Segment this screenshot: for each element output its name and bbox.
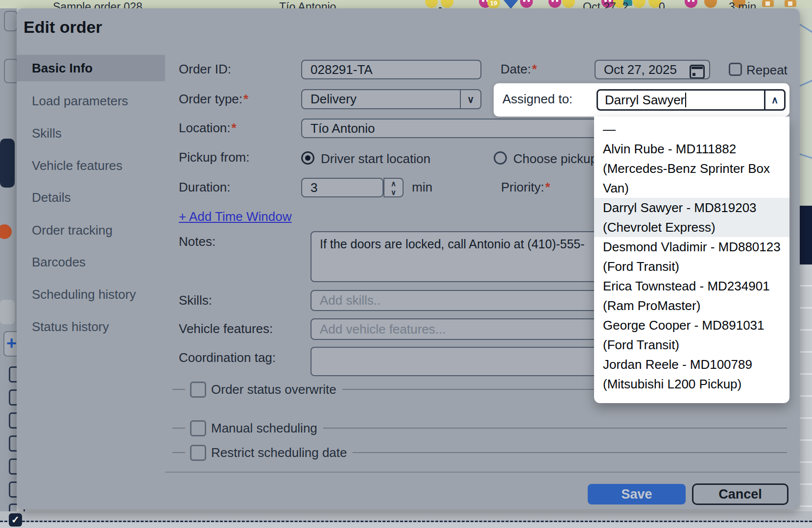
date-input[interactable]: Oct 27, 2025 bbox=[595, 60, 710, 79]
radio-driver-start-label: Driver start location bbox=[321, 151, 430, 167]
order-type-label: Order type:* bbox=[179, 91, 248, 107]
tab-scheduling-history[interactable]: Scheduling history bbox=[32, 286, 136, 303]
duration-stepper[interactable]: ∧ ∨ bbox=[383, 178, 404, 197]
vehicle-features-label: Vehicle features: bbox=[179, 321, 273, 336]
plus-icon: + bbox=[6, 333, 17, 354]
pickup-from-label: Pickup from: bbox=[179, 149, 250, 165]
assigned-to-combobox[interactable]: Darryl Sawyer ∧ bbox=[597, 89, 786, 111]
background-list-edge bbox=[800, 264, 812, 511]
map-marker bbox=[562, 0, 575, 8]
order-id-input[interactable]: 028291-TA bbox=[301, 60, 481, 79]
order-status-overwrite-checkbox[interactable] bbox=[190, 382, 206, 398]
tab-skills[interactable]: Skills bbox=[32, 125, 62, 142]
map-control[interactable] bbox=[4, 11, 18, 31]
screen: 19 + ✓ bbox=[0, 0, 812, 528]
assigned-to-label: Assigned to: bbox=[502, 92, 573, 107]
radio-driver-start-location[interactable] bbox=[301, 151, 314, 165]
tab-order-tracking[interactable]: Order tracking bbox=[32, 222, 113, 239]
table-footer-strip bbox=[0, 522, 812, 528]
restrict-scheduling-date-label: Restrict scheduling date bbox=[211, 445, 347, 460]
repeat-checkbox[interactable] bbox=[729, 63, 742, 76]
driver-option[interactable]: Desmond Vladimir - MD880123 (Ford Transi… bbox=[603, 237, 783, 276]
map-pin-icon bbox=[503, 0, 518, 9]
driver-option-none[interactable]: — bbox=[603, 120, 783, 139]
chevron-up-icon[interactable]: ∧ bbox=[764, 91, 784, 109]
date-label: Date:* bbox=[501, 61, 537, 77]
map-marker bbox=[685, 0, 697, 8]
background-tab bbox=[0, 300, 15, 324]
tab-load-parameters[interactable]: Load parameters bbox=[32, 93, 128, 109]
section-manual-scheduling: Manual scheduling bbox=[172, 421, 787, 435]
footer-divider bbox=[165, 472, 800, 473]
chevron-down-icon[interactable]: ∨ bbox=[460, 90, 480, 108]
map-marker bbox=[704, 0, 717, 8]
order-status-overwrite-label: Order status overwrite bbox=[211, 382, 336, 397]
tab-vehicle-features[interactable]: Vehicle features bbox=[32, 157, 122, 174]
driver-option[interactable]: Alvin Rube - MD111882 (Mercedes-Benz Spr… bbox=[603, 139, 783, 198]
background-left-panel: + bbox=[0, 8, 17, 511]
add-time-window-link[interactable]: + Add Time Window bbox=[179, 209, 292, 224]
stepper-down-icon[interactable]: ∨ bbox=[384, 188, 403, 196]
row-divider bbox=[0, 521, 812, 522]
assigned-to-dropdown: — Alvin Rube - MD111882 (Mercedes-Benz S… bbox=[594, 117, 789, 403]
driver-option-highlighted[interactable]: Darryl Sawyer - MD819203 (Chevrolet Expr… bbox=[594, 198, 789, 237]
priority-label: Priority:* bbox=[501, 179, 550, 195]
skills-placeholder: Add skills.. bbox=[320, 293, 381, 308]
map-marker bbox=[425, 0, 438, 8]
map-marker bbox=[549, 0, 561, 8]
dialog-title: Edit order bbox=[24, 18, 102, 37]
coordination-tag-label: Coordination tag: bbox=[179, 350, 276, 365]
order-type-select[interactable]: Delivery ∨ bbox=[301, 89, 481, 109]
background-panel-block bbox=[0, 139, 15, 188]
skills-label: Skills: bbox=[179, 292, 212, 308]
text-cursor bbox=[685, 93, 686, 107]
duration-unit: min bbox=[412, 179, 432, 195]
map-right-edge bbox=[800, 8, 812, 206]
manual-scheduling-label: Manual scheduling bbox=[211, 421, 317, 436]
map-cluster-badge: 19 bbox=[487, 0, 500, 9]
vehicle-features-placeholder: Add vehicle features... bbox=[320, 322, 446, 337]
radio-choose-pickup-label: Choose pickup bbox=[513, 151, 597, 167]
save-button[interactable]: Save bbox=[588, 484, 686, 504]
map-marker bbox=[762, 0, 774, 7]
duration-input[interactable]: 3 bbox=[301, 178, 383, 197]
notes-label: Notes: bbox=[179, 234, 215, 249]
background-dark-panel bbox=[800, 206, 812, 264]
tab-details[interactable]: Details bbox=[32, 189, 71, 206]
tab-status-history[interactable]: Status history bbox=[32, 318, 109, 335]
map-marker bbox=[441, 0, 454, 8]
driver-option[interactable]: Jordan Reele - MD100789 (Mitsubishi L200… bbox=[603, 355, 783, 394]
tab-basic-info[interactable]: Basic Info bbox=[32, 60, 93, 76]
stepper-up-icon[interactable]: ∧ bbox=[384, 179, 403, 188]
duration-label: Duration: bbox=[179, 179, 231, 195]
background-marker bbox=[0, 224, 12, 239]
cancel-button[interactable]: Cancel bbox=[692, 483, 788, 505]
driver-option[interactable]: George Cooper - MD891031 (Ford Transit) bbox=[603, 315, 783, 355]
restrict-scheduling-date-checkbox[interactable] bbox=[190, 445, 206, 461]
order-id-label: Order ID: bbox=[179, 61, 231, 77]
driver-option[interactable]: Erica Townstead - MD234901 (Ram ProMaste… bbox=[603, 276, 783, 315]
row-checkbox-checked[interactable]: ✓ bbox=[9, 513, 22, 527]
map-marker bbox=[520, 0, 533, 8]
location-label: Location:* bbox=[179, 120, 237, 136]
tab-barcodes[interactable]: Barcodes bbox=[32, 254, 86, 270]
map-marker bbox=[785, 0, 796, 7]
radio-choose-pickup[interactable] bbox=[494, 151, 507, 165]
section-restrict-scheduling-date: Restrict scheduling date bbox=[172, 446, 787, 459]
repeat-label: Repeat bbox=[746, 62, 788, 78]
manual-scheduling-checkbox[interactable] bbox=[190, 420, 206, 436]
calendar-icon[interactable] bbox=[690, 65, 705, 79]
